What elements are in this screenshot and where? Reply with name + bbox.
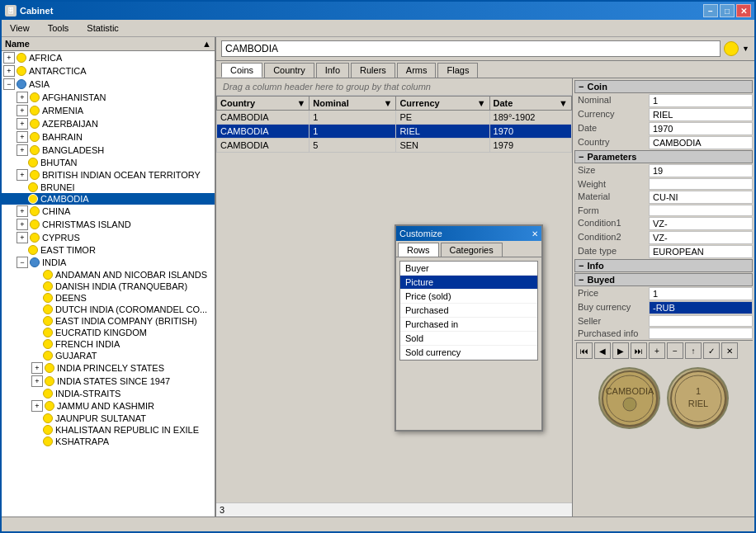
tree-item-eastindco[interactable]: EAST INDIA COMPANY (BRITISH) xyxy=(2,315,215,327)
expand-india[interactable]: − xyxy=(17,257,28,268)
tree-item-brunei[interactable]: BRUNEI xyxy=(2,182,215,193)
tree-item-christmas[interactable]: + CHRISTMAS ISLAND xyxy=(2,218,215,231)
menu-view[interactable]: View xyxy=(5,21,35,35)
nav-add[interactable]: + xyxy=(649,342,665,359)
tree-item-eucratid[interactable]: EUCRATID KINGDOM xyxy=(2,327,215,338)
expand-china[interactable]: + xyxy=(17,205,28,217)
tree-item-bhutan[interactable]: BHUTAN xyxy=(2,157,215,168)
table-row[interactable]: CAMBODIA 1 PE 189°-1902 xyxy=(217,111,572,125)
tree-item-china[interactable]: + CHINA xyxy=(2,205,215,218)
expand-afghanistan[interactable]: + xyxy=(17,92,28,103)
tab-arms[interactable]: Arms xyxy=(397,63,437,78)
expand-indiaprinc[interactable]: + xyxy=(31,362,43,374)
nav-last[interactable]: ⏭ xyxy=(631,342,647,359)
col-currency[interactable]: Currency▼ xyxy=(396,97,489,111)
tree-item-danish[interactable]: DANISH INDIA (TRANQUEBAR) xyxy=(2,281,215,292)
col-date-sort[interactable]: ▼ xyxy=(559,98,568,108)
expand-britindian[interactable]: + xyxy=(17,169,28,181)
nav-first[interactable]: ⏮ xyxy=(576,342,593,359)
tree-container[interactable]: + AFRICA + ANTARCTICA − ASIA + xyxy=(2,51,215,516)
brunei-label: BRUNEI xyxy=(40,182,75,192)
tab-country[interactable]: Country xyxy=(264,63,314,78)
table-row-selected[interactable]: CAMBODIA 1 RIEL 1970 xyxy=(217,125,572,139)
tree-item-easttimor[interactable]: EAST TIMOR xyxy=(2,244,215,256)
buyed-section-header[interactable]: − Buyed xyxy=(574,273,753,286)
tree-item-cyprus[interactable]: + CYPRUS xyxy=(2,231,215,244)
expand-antarctica[interactable]: + xyxy=(3,65,15,77)
expand-africa[interactable]: + xyxy=(3,52,15,64)
nav-cancel[interactable]: ✕ xyxy=(721,342,738,359)
tab-coins[interactable]: Coins xyxy=(221,63,262,78)
menu-tools[interactable]: Tools xyxy=(43,21,74,35)
list-item-purchased-in[interactable]: Purchased in xyxy=(400,318,537,332)
tree-item-andaman[interactable]: ANDAMAN AND NICOBAR ISLANDS xyxy=(2,269,215,281)
tab-rulers[interactable]: Rulers xyxy=(351,63,395,78)
col-nominal-sort[interactable]: ▼ xyxy=(384,98,393,108)
tree-item-indiastates[interactable]: + INDIA STATES SINCE 1947 xyxy=(2,375,215,388)
col-country[interactable]: Country▼ xyxy=(217,97,309,111)
tree-item-gujarat[interactable]: GUJARAT xyxy=(2,350,215,361)
tree-item-khalistaan[interactable]: KHALISTAAN REPUBLIC IN EXILE xyxy=(2,424,215,436)
expand-indiastates[interactable]: + xyxy=(31,375,43,387)
info-section-header[interactable]: − Info xyxy=(574,259,753,272)
tree-item-afghanistan[interactable]: + AFGHANISTAN xyxy=(2,91,215,104)
tree-item-asia[interactable]: − ASIA xyxy=(2,78,215,91)
dialog-tab-rows[interactable]: Rows xyxy=(398,243,439,257)
col-date[interactable]: Date▼ xyxy=(489,97,571,111)
list-item-buyer[interactable]: Buyer xyxy=(400,262,537,276)
tree-item-cambodia[interactable]: CAMBODIA xyxy=(2,193,215,205)
tree-item-jammu[interactable]: + JAMMU AND KASHMIR xyxy=(2,399,215,413)
tree-item-africa[interactable]: + AFRICA xyxy=(2,51,215,64)
tree-item-azerbaijan[interactable]: + AZERBAIJAN xyxy=(2,117,215,130)
close-button[interactable]: ✕ xyxy=(736,4,751,17)
nav-remove[interactable]: − xyxy=(667,342,683,359)
minimize-button[interactable]: − xyxy=(703,4,718,17)
expand-bangladesh[interactable]: + xyxy=(17,144,28,156)
tab-flags[interactable]: Flags xyxy=(437,63,478,78)
tree-item-bahrain[interactable]: + BAHRAIN xyxy=(2,130,215,144)
nav-confirm[interactable]: ✓ xyxy=(703,342,720,359)
expand-christmas[interactable]: + xyxy=(17,219,28,230)
tree-item-jaunpur[interactable]: JAUNPUR SULTANAT xyxy=(2,413,215,424)
list-item-price-sold[interactable]: Price (sold) xyxy=(400,290,537,304)
list-item-purchased[interactable]: Purchased xyxy=(400,304,537,318)
titlebar: 🗄 Cabinet − □ ✕ xyxy=(2,2,754,20)
coin-section-label: Coin xyxy=(587,82,607,92)
tree-item-kshatrapa[interactable]: KSHATRAPA xyxy=(2,436,215,447)
list-item-picture[interactable]: Picture xyxy=(400,276,537,290)
azerbaijan-label: AZERBAIJAN xyxy=(42,119,98,129)
nav-up[interactable]: ↑ xyxy=(685,342,702,359)
tree-item-indiaprinc[interactable]: + INDIA PRINCELY STATES xyxy=(2,361,215,375)
dialog-tab-categories[interactable]: Categories xyxy=(441,243,503,257)
tree-item-antarctica[interactable]: + ANTARCTICA xyxy=(2,64,215,78)
nav-prev[interactable]: ◀ xyxy=(594,342,611,359)
col-currency-sort[interactable]: ▼ xyxy=(477,98,486,108)
tree-item-indiastraits[interactable]: INDIA-STRAITS xyxy=(2,388,215,399)
tree-item-dutch[interactable]: DUTCH INDIA (COROMANDEL CO... xyxy=(2,304,215,315)
nav-next[interactable]: ▶ xyxy=(612,342,629,359)
expand-jammu[interactable]: + xyxy=(31,400,43,412)
tree-item-bangladesh[interactable]: + BANGLADESH xyxy=(2,144,215,157)
list-item-sold-currency[interactable]: Sold currency xyxy=(400,346,537,360)
expand-bahrain[interactable]: + xyxy=(17,131,28,143)
expand-cyprus[interactable]: + xyxy=(17,232,28,243)
table-row[interactable]: CAMBODIA 5 SEN 1979 xyxy=(217,139,572,153)
dialog-close-button[interactable]: ✕ xyxy=(532,229,538,238)
menu-statistic[interactable]: Statistic xyxy=(82,21,124,35)
tree-item-armenia[interactable]: + ARMENIA xyxy=(2,104,215,117)
coin-section-header[interactable]: − Coin xyxy=(574,80,753,93)
tree-item-frenchindia[interactable]: FRENCH INDIA xyxy=(2,338,215,350)
col-nominal[interactable]: Nominal▼ xyxy=(309,97,396,111)
tree-item-deens[interactable]: DEENS xyxy=(2,292,215,304)
maximize-button[interactable]: □ xyxy=(720,4,735,17)
expand-armenia[interactable]: + xyxy=(17,105,28,116)
params-section-header[interactable]: − Parameters xyxy=(574,150,753,163)
expand-azerbaijan[interactable]: + xyxy=(17,118,28,130)
expand-asia[interactable]: − xyxy=(3,78,15,90)
tree-item-britindian[interactable]: + BRITISH INDIAN OCEAN TERRITORY xyxy=(2,168,215,182)
list-item-sold[interactable]: Sold xyxy=(400,332,537,346)
col-country-sort[interactable]: ▼ xyxy=(296,98,305,108)
dropdown-arrow-icon[interactable]: ▼ xyxy=(742,45,749,53)
tree-item-india[interactable]: − INDIA xyxy=(2,256,215,269)
tab-info[interactable]: Info xyxy=(316,63,349,78)
